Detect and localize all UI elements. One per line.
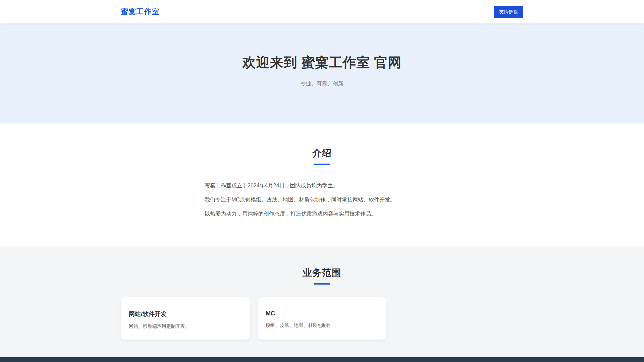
friend-links-button[interactable]: 友情链接 xyxy=(494,6,523,18)
hero-subtitle: 专业、可靠、创新 xyxy=(0,80,644,87)
intro-paragraph: 我们专注于MC原创模组、皮肤、地图、材质包制作，同时承接网站、软件开发。 xyxy=(205,196,439,204)
hero-title: 欢迎来到 蜜窠工作室 官网 xyxy=(0,54,644,70)
service-card-mc: MC 模组、皮肤、地图、材质包制作 xyxy=(258,297,386,340)
card-description: 网站、移动端应用定制开发。 xyxy=(129,323,241,329)
card-description: 模组、皮肤、地图、材质包制作 xyxy=(266,322,378,328)
card-title: 网站/软件开发 xyxy=(129,310,241,318)
site-header: 蜜窠工作室 友情链接 xyxy=(0,0,644,23)
heading-underline xyxy=(314,283,330,285)
brand-logo[interactable]: 蜜窠工作室 xyxy=(121,7,159,17)
service-cards: 网站/软件开发 网站、移动端应用定制开发。 MC 模组、皮肤、地图、材质包制作 xyxy=(121,297,523,340)
heading-underline xyxy=(314,164,330,165)
intro-section: 介绍 蜜窠工作室成立于2024年4月24日，团队成员均为学生。 我们专注于MC原… xyxy=(0,123,644,246)
intro-paragraph: 蜜窠工作室成立于2024年4月24日，团队成员均为学生。 xyxy=(205,182,439,190)
service-card-web-dev: 网站/软件开发 网站、移动端应用定制开发。 xyxy=(121,297,250,340)
card-title: MC xyxy=(266,310,378,317)
intro-heading: 介绍 xyxy=(0,147,644,159)
intro-body: 蜜窠工作室成立于2024年4月24日，团队成员均为学生。 我们专注于MC原创模组… xyxy=(205,182,439,218)
footer-bar xyxy=(0,357,644,362)
services-heading: 业务范围 xyxy=(0,267,644,279)
hero-section: 欢迎来到 蜜窠工作室 官网 专业、可靠、创新 xyxy=(0,23,644,123)
intro-paragraph: 以热爱为动力，用纯粹的创作态度，打造优质游戏内容与实用技术作品。 xyxy=(205,210,439,218)
services-section: 业务范围 网站/软件开发 网站、移动端应用定制开发。 MC 模组、皮肤、地图、材… xyxy=(0,246,644,357)
